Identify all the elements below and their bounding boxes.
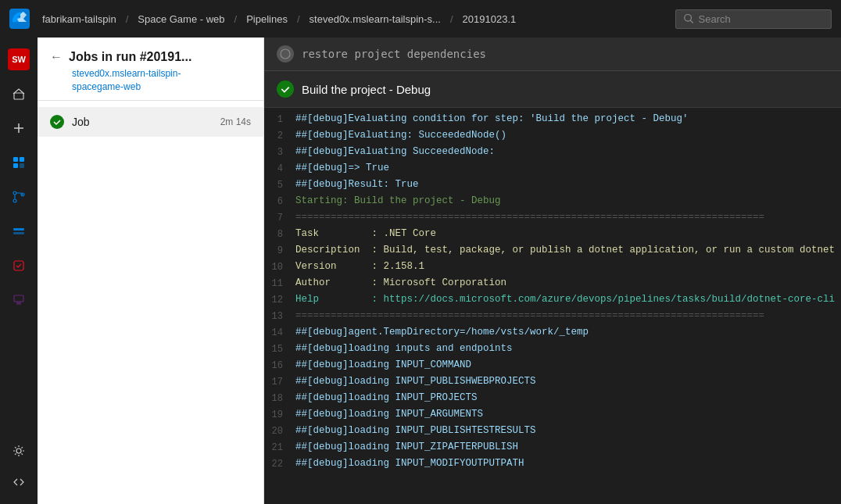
log-line: 22##[debug]loading INPUT_MODIFYOUTPUTPAT… [264,456,841,472]
log-line-text: ##[debug]=> True [295,161,841,176]
azure-devops-logo[interactable] [9,9,30,29]
sidebar-item-testplans[interactable] [3,250,34,281]
svg-point-19 [281,49,290,59]
log-line: 16##[debug]loading INPUT_COMMAND [264,357,841,374]
sidebar-bottom [3,435,34,498]
svg-rect-2 [14,93,23,99]
svg-point-9 [13,191,16,195]
log-line-number: 15 [264,341,295,356]
log-line-number: 11 [264,276,295,291]
sidebar-item-expand[interactable] [3,466,34,498]
back-button[interactable]: ← [50,50,63,64]
log-line-text: ##[debug]loading INPUT_ZIPAFTERPUBLISH [295,440,841,455]
job-duration: 2m 14s [220,116,251,127]
log-line-text: ========================================… [295,309,841,323]
log-line-number: 5 [264,177,295,192]
log-line-text: ##[debug]loading INPUT_ARGUMENTS [295,407,841,422]
breadcrumb-project[interactable]: Space Game - web [138,13,224,25]
log-line: 11Author : Microsoft Corporation [264,275,841,291]
search-icon [684,13,694,24]
svg-rect-16 [14,295,23,302]
log-line: 19##[debug]loading INPUT_ARGUMENTS [264,406,841,423]
svg-rect-15 [14,261,23,270]
top-nav: fabrikam-tailspin / Space Game - web / P… [0,0,841,38]
current-task-icon [277,80,294,98]
log-line: 2##[debug]Evaluating: SucceededNode() [264,127,841,144]
breadcrumb-pipelines[interactable]: Pipelines [246,13,288,25]
log-line-number: 21 [264,440,295,455]
log-line-text: ##[debug]loading INPUT_PUBLISHTESTRESULT… [295,424,841,438]
search-box[interactable] [675,9,832,29]
job-name: Job [72,116,213,128]
log-line-text: Starting: Build the project - Debug [295,194,841,209]
log-line-number: 13 [264,309,295,323]
svg-rect-5 [13,157,18,162]
svg-line-1 [690,20,693,23]
log-line-text: ##[debug]loading inputs and endpoints [295,341,841,356]
svg-rect-17 [16,302,21,305]
log-line-text: Version : 2.158.1 [295,259,841,274]
current-task-header[interactable]: Build the project - Debug [264,71,841,108]
log-line-number: 1 [264,112,295,127]
log-line-text: ========================================… [295,210,841,225]
svg-point-18 [16,449,21,453]
nav-sep-4: / [450,13,453,25]
previous-task-row[interactable]: restore project dependencies [264,38,841,71]
log-line-text: ##[debug]loading INPUT_PUBLISHWEBPROJECT… [295,374,841,389]
sidebar-item-home[interactable] [3,78,34,109]
jobs-subtitle[interactable]: steved0x.mslearn-tailspin- spacegame-web [50,67,251,94]
log-line: 10Version : 2.158.1 [264,259,841,275]
job-item[interactable]: Job 2m 14s [38,107,263,137]
nav-sep-1: / [126,13,129,25]
log-line: 14##[debug]agent.TempDirectory=/home/vst… [264,324,841,341]
log-line-number: 22 [264,456,295,471]
log-line-text: ##[debug]Evaluating condition for step: … [295,112,841,127]
log-line: 9Description : Build, test, package, or … [264,242,841,259]
log-line: 6Starting: Build the project - Debug [264,193,841,209]
log-line-number: 4 [264,161,295,176]
sidebar-item-add[interactable] [3,113,34,144]
svg-rect-6 [20,157,24,162]
current-task-label: Build the project - Debug [302,83,431,96]
breadcrumb-pipeline[interactable]: steved0x.mslearn-tailspin-s... [310,13,441,25]
log-line: 20##[debug]loading INPUT_PUBLISHTESTRESU… [264,423,841,439]
log-line: 12Help : https://docs.microsoft.com/azur… [264,291,841,308]
jobs-header-top: ← Jobs in run #20191... [50,50,251,64]
log-line-number: 16 [264,358,295,373]
jobs-header: ← Jobs in run #20191... steved0x.mslearn… [38,38,263,101]
user-badge: SW [8,48,30,70]
sidebar-item-pipelines[interactable] [3,216,34,247]
sidebar-item-artifacts[interactable] [3,284,34,316]
log-line: 3##[debug]Evaluating SucceededNode: [264,144,841,160]
log-line-number: 7 [264,210,295,225]
log-line: 13======================================… [264,308,841,324]
log-line-text: Task : .NET Core [295,227,841,241]
log-line-number: 2 [264,128,295,143]
log-line-number: 18 [264,391,295,406]
log-line: 1##[debug]Evaluating condition for step:… [264,111,841,127]
sidebar-item-repo[interactable] [3,181,34,213]
log-line-text: ##[debug]Evaluating: SucceededNode() [295,128,841,143]
log-line-text: ##[debug]Evaluating SucceededNode: [295,145,841,159]
sidebar-item-boards[interactable] [3,147,34,178]
log-line-text: ##[debug]loading INPUT_PROJECTS [295,391,841,406]
svg-rect-7 [13,163,18,168]
breadcrumb-run[interactable]: 20191023.1 [463,13,517,25]
svg-rect-13 [13,228,24,231]
sidebar-icons: SW [0,38,38,504]
prev-task-icon [277,45,294,63]
jobs-title: Jobs in run #20191... [69,50,191,64]
log-line-number: 20 [264,424,295,438]
sidebar-item-settings[interactable] [3,435,34,466]
log-content[interactable]: 1##[debug]Evaluating condition for step:… [264,108,841,504]
breadcrumb-org[interactable]: fabrikam-tailspin [42,13,116,25]
log-line: 15##[debug]loading inputs and endpoints [264,341,841,357]
sidebar-avatar[interactable]: SW [3,44,34,75]
log-line-number: 10 [264,259,295,274]
log-line-number: 9 [264,243,295,258]
log-line-text: ##[debug]loading INPUT_MODIFYOUTPUTPATH [295,456,841,471]
log-line-number: 19 [264,407,295,422]
main-layout: SW [0,38,841,504]
jobs-panel: ← Jobs in run #20191... steved0x.mslearn… [38,38,264,504]
search-input[interactable] [699,13,823,25]
